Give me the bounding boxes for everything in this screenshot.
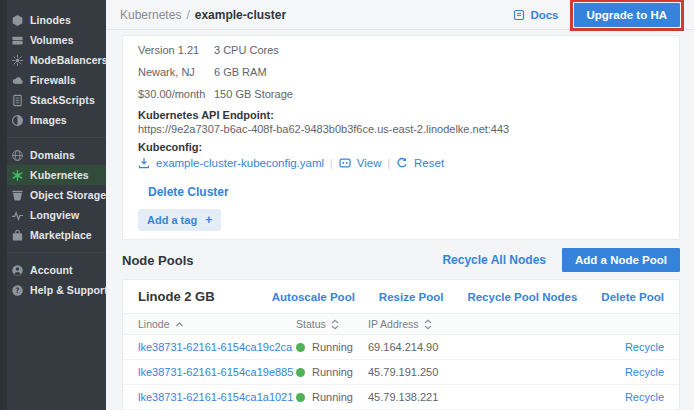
sidebar-item-firewalls[interactable]: Firewalls	[7, 70, 106, 90]
recycle-link[interactable]: Recycle	[625, 341, 664, 353]
marketplace-icon	[11, 229, 24, 242]
column-header-status[interactable]: Status	[296, 318, 368, 330]
view-icon	[339, 157, 351, 169]
sidebar-item-label: StackScripts	[30, 94, 95, 106]
domains-icon	[11, 149, 24, 162]
delete-pool-link[interactable]: Delete Pool	[601, 291, 664, 303]
table-row: lke38731-62161-6154ca19e885Running45.79.…	[123, 360, 679, 385]
sidebar-item-domains[interactable]: Domains	[7, 145, 106, 165]
recycle-link[interactable]: Recycle	[625, 366, 664, 378]
sidebar-item-label: Longview	[30, 209, 79, 221]
column-label: IP Address	[368, 318, 419, 330]
reset-link[interactable]: Reset	[414, 157, 444, 169]
pool-table-header: Linode Status IP Address	[123, 313, 679, 335]
resize-pool-link[interactable]: Resize Pool	[379, 291, 444, 303]
nodebalancers-icon	[11, 54, 24, 67]
spec-left: Version 1.21	[138, 44, 202, 57]
recycle-link[interactable]: Recycle	[625, 391, 664, 403]
sidebar-item-label: NodeBalancers	[30, 54, 108, 66]
sidebar-item-label: Domains	[30, 149, 75, 161]
column-label: Linode	[138, 318, 170, 330]
breadcrumb: Kubernetes / example-cluster	[120, 8, 286, 22]
status-running-dot	[296, 368, 305, 377]
app-window: LinodesVolumesNodeBalancersFirewallsStac…	[0, 0, 694, 410]
status-label: Running	[312, 366, 353, 378]
sidebar-group: LinodesVolumesNodeBalancersFirewallsStac…	[7, 10, 106, 130]
breadcrumb-section[interactable]: Kubernetes	[120, 8, 181, 22]
svg-text:?: ?	[15, 286, 19, 295]
kubernetes-icon	[11, 169, 24, 182]
firewalls-icon	[11, 74, 24, 87]
kubeconfig-label: Kubeconfig:	[138, 141, 664, 154]
sidebar-item-linodes[interactable]: Linodes	[7, 10, 106, 30]
node-link[interactable]: lke38731-62161-6154ca1a1021	[138, 391, 293, 403]
view-link[interactable]: View	[357, 157, 382, 169]
sidebar-item-nodebalancers[interactable]: NodeBalancers	[7, 50, 106, 70]
node-link[interactable]: lke38731-62161-6154ca19c2ca	[138, 341, 292, 353]
sidebar-item-kubernetes[interactable]: Kubernetes	[7, 165, 106, 185]
ip-address: 69.164.214.90	[368, 341, 508, 353]
delete-cluster-row: Delete Cluster	[148, 182, 664, 200]
sidebar-item-label: Images	[30, 114, 67, 126]
sidebar-item-label: Kubernetes	[30, 169, 89, 181]
column-header-linode[interactable]: Linode	[123, 318, 296, 330]
sidebar-nav: LinodesVolumesNodeBalancersFirewallsStac…	[7, 10, 106, 300]
sidebar-item-marketplace[interactable]: Marketplace	[7, 225, 106, 245]
sidebar-item-label: Firewalls	[30, 74, 76, 86]
add-tag-button[interactable]: Add a tag +	[138, 209, 221, 231]
breadcrumb-separator: /	[186, 8, 189, 22]
sidebar-item-label: Linodes	[30, 14, 71, 26]
column-header-ip-address[interactable]: IP Address	[368, 318, 508, 330]
status-label: Running	[312, 391, 353, 403]
node-link[interactable]: lke38731-62161-6154ca19e885	[138, 366, 293, 378]
sidebar-item-volumes[interactable]: Volumes	[7, 30, 106, 50]
node-pool-card: Linode 2 GB Autoscale PoolResize PoolRec…	[122, 279, 680, 410]
pool-table-body: lke38731-62161-6154ca19c2caRunning69.164…	[123, 335, 679, 410]
sidebar-item-label: Volumes	[30, 34, 74, 46]
reset-icon	[396, 157, 408, 169]
kubeconfig-row: example-cluster-kubeconfig.yaml | View |…	[138, 156, 664, 170]
delete-cluster-link[interactable]: Delete Cluster	[148, 185, 229, 199]
recycle-pool-nodes-link[interactable]: Recycle Pool Nodes	[467, 291, 577, 303]
sidebar-group: DomainsKubernetesObject StorageLongviewM…	[7, 137, 106, 245]
docs-link[interactable]: Docs	[513, 9, 558, 21]
ip-address: 45.79.191.250	[368, 366, 508, 378]
table-row: lke38731-62161-6154ca1a1021Running45.79.…	[123, 385, 679, 410]
upgrade-to-ha-button[interactable]: Upgrade to HA	[574, 3, 681, 27]
add-node-pool-button[interactable]: Add a Node Pool	[562, 248, 680, 272]
autoscale-pool-link[interactable]: Autoscale Pool	[272, 291, 355, 303]
content: Version 1.213 CPU CoresNewark, NJ6 GB RA…	[106, 30, 694, 410]
ip-address: 45.79.138.221	[368, 391, 508, 403]
node-pools-bar: Node Pools Recycle All Nodes Add a Node …	[122, 246, 680, 274]
sidebar-item-images[interactable]: Images	[7, 110, 106, 130]
sidebar-item-help-support[interactable]: ?Help & Support	[7, 280, 106, 300]
sort-both-icon	[331, 319, 339, 330]
breadcrumb-current: example-cluster	[195, 8, 286, 22]
sidebar-item-label: Marketplace	[30, 229, 92, 241]
recycle-all-nodes-link[interactable]: Recycle All Nodes	[442, 253, 546, 267]
spec-right: 6 GB RAM	[214, 66, 664, 79]
download-icon	[138, 157, 150, 169]
api-endpoint-value: https://9e2a7307-b6ac-408f-ba62-9483b0b3…	[138, 123, 664, 136]
sidebar-item-label: Account	[30, 264, 73, 276]
cluster-specs: Version 1.213 CPU CoresNewark, NJ6 GB RA…	[138, 44, 664, 101]
sidebar-item-label: Help & Support	[30, 284, 108, 296]
sidebar-item-account[interactable]: Account	[7, 260, 106, 280]
kubeconfig-file-link[interactable]: example-cluster-kubeconfig.yaml	[156, 157, 324, 169]
divider: |	[330, 158, 333, 169]
sidebar-item-label: Object Storage	[30, 189, 106, 201]
account-icon	[11, 264, 24, 277]
help-icon: ?	[11, 284, 24, 297]
sidebar: LinodesVolumesNodeBalancersFirewallsStac…	[0, 0, 106, 410]
header-actions: Docs Upgrade to HA	[513, 3, 680, 27]
docs-icon	[513, 9, 525, 21]
add-tag-label: Add a tag	[147, 214, 197, 226]
spec-left: $30.00/month	[138, 88, 202, 101]
status-running-dot	[296, 393, 305, 402]
sidebar-item-object-storage[interactable]: Object Storage	[7, 185, 106, 205]
sidebar-item-stackscripts[interactable]: StackScripts	[7, 90, 106, 110]
page-header: Kubernetes / example-cluster Docs Upgrad…	[106, 0, 694, 30]
sidebar-item-longview[interactable]: Longview	[7, 205, 106, 225]
plus-icon: +	[205, 213, 212, 227]
docs-label: Docs	[530, 9, 558, 21]
